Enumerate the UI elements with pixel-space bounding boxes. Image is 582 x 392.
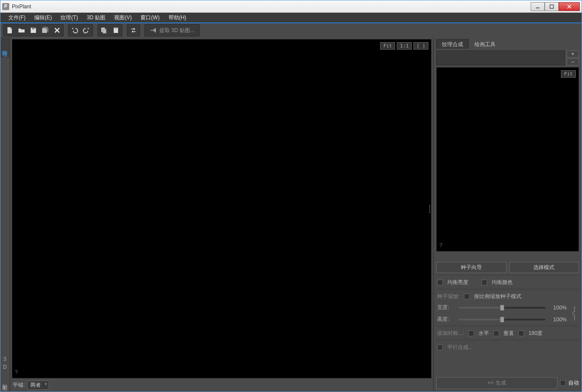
canvas-fit-button[interactable]: Fit <box>380 42 395 50</box>
canvas-1to1-button[interactable]: 1:1 <box>397 42 412 50</box>
link-dimensions-button[interactable] <box>571 305 578 322</box>
app-icon: P <box>2 3 9 10</box>
main-canvas[interactable]: Fit 1:1 [ ] ? <box>12 39 431 378</box>
preview-help-icon[interactable]: ? <box>439 242 442 248</box>
parallel-synthesis-label: 平行合成... <box>447 344 473 351</box>
symmetry-vertical-checkbox[interactable] <box>493 331 499 336</box>
width-label: 宽度: <box>437 304 455 311</box>
menu-view[interactable]: 视图(V) <box>110 13 136 22</box>
menu-edit[interactable]: 编辑(E) <box>30 13 56 22</box>
svg-rect-8 <box>103 29 106 33</box>
delete-button[interactable] <box>51 25 63 36</box>
redo-button[interactable] <box>81 25 92 36</box>
swap-button[interactable] <box>128 25 139 36</box>
paste-button[interactable] <box>110 25 122 36</box>
seed-scale-label: 种子缩放: <box>437 293 460 300</box>
toolbar: 提取 3D 贴图... <box>0 23 582 37</box>
equalize-brightness-label: 均衡亮度 <box>447 279 468 286</box>
save-all-button[interactable] <box>40 25 51 36</box>
equalize-color-label: 均衡颜色 <box>492 279 513 286</box>
menu-file[interactable]: 文件(F) <box>4 13 30 22</box>
proportional-scale-label: 按比例缩放种子模式 <box>474 293 521 300</box>
svg-rect-1 <box>550 5 553 8</box>
canvas-brackets-button[interactable]: [ ] <box>413 42 428 50</box>
seed-wizard-button[interactable]: 种子向导 <box>436 262 507 273</box>
symmetry-vertical-label: 垂直 <box>503 330 514 337</box>
height-value: 100% <box>549 316 567 323</box>
panel-resize-handle[interactable] <box>428 200 431 218</box>
window-title: PixPlant <box>12 4 531 10</box>
tab-texture-synthesis[interactable]: 纹理合成 <box>436 39 469 49</box>
symmetry-180-checkbox[interactable] <box>518 331 524 336</box>
menu-3d-map[interactable]: 3D 贴图 <box>83 13 110 22</box>
save-button[interactable] <box>28 25 39 36</box>
equalize-brightness-checkbox[interactable] <box>437 280 443 285</box>
tiling-select[interactable]: 两者 <box>27 381 49 390</box>
width-value: 100% <box>549 305 567 311</box>
add-seed-button[interactable]: + <box>567 50 579 58</box>
menu-help[interactable]: 帮助(H) <box>164 13 191 22</box>
preview-fit-button[interactable]: Fit <box>561 70 576 78</box>
menu-texture[interactable]: 纹理(T) <box>56 13 82 22</box>
undo-button[interactable] <box>69 25 80 36</box>
width-slider[interactable] <box>458 307 546 309</box>
menubar: 文件(F) 编辑(E) 纹理(T) 3D 贴图 视图(V) 窗口(W) 帮助(H… <box>0 13 582 22</box>
extract-icon <box>150 27 157 34</box>
symmetry-horizontal-label: 水平 <box>478 330 489 337</box>
symmetry-label: 添加对称...: <box>437 330 464 337</box>
equalize-color-checkbox[interactable] <box>481 280 487 285</box>
svg-rect-11 <box>155 28 156 32</box>
minimize-button[interactable] <box>531 2 545 11</box>
seed-preview[interactable]: Fit ? <box>436 67 579 252</box>
proportional-scale-checkbox[interactable] <box>464 294 470 299</box>
left-rail: 纹理 3D 贴图 <box>0 37 10 392</box>
parallel-synthesis-checkbox[interactable] <box>437 345 443 350</box>
menu-window[interactable]: 窗口(W) <box>136 13 164 22</box>
svg-rect-4 <box>32 28 35 29</box>
canvas-help-icon[interactable]: ? <box>15 369 18 375</box>
right-panel: 纹理合成 绘画工具 + – Fit ? 种子向导 选择模式 <box>433 37 582 392</box>
symmetry-180-label: 180度 <box>528 330 542 337</box>
rail-tab-3d-map[interactable]: 3D 贴图 <box>0 348 10 392</box>
titlebar[interactable]: P PixPlant <box>0 0 582 13</box>
tiling-label: 平铺: <box>13 381 25 389</box>
center-area: Fit 1:1 [ ] ? 平铺: 两者 <box>10 37 433 392</box>
new-file-button[interactable] <box>4 25 15 36</box>
svg-rect-10 <box>115 27 117 29</box>
maximize-button[interactable] <box>545 2 559 11</box>
select-mode-button[interactable]: 选择模式 <box>509 262 579 273</box>
app-window: P PixPlant 文件(F) 编辑(E) 纹理(T) 3D 贴图 视图(V)… <box>0 0 582 392</box>
rail-tab-texture[interactable]: 纹理 <box>0 37 10 58</box>
remove-seed-button[interactable]: – <box>567 58 579 65</box>
symmetry-horizontal-checkbox[interactable] <box>468 331 474 336</box>
auto-checkbox[interactable] <box>560 380 566 386</box>
open-file-button[interactable] <box>16 25 27 36</box>
auto-label: 自动 <box>568 379 579 387</box>
copy-button[interactable] <box>98 25 110 36</box>
seed-slot[interactable] <box>436 50 565 65</box>
close-button[interactable] <box>559 2 580 11</box>
extract-3d-map-button[interactable]: 提取 3D 贴图... <box>145 25 199 36</box>
height-label: 高度: <box>437 316 455 323</box>
extract-label: 提取 3D 贴图... <box>159 27 194 34</box>
height-slider[interactable] <box>458 319 546 320</box>
generate-button[interactable]: << 生成 <box>436 377 557 389</box>
status-bar: 平铺: 两者 <box>12 380 431 390</box>
tab-paint-tools[interactable]: 绘画工具 <box>469 39 501 49</box>
